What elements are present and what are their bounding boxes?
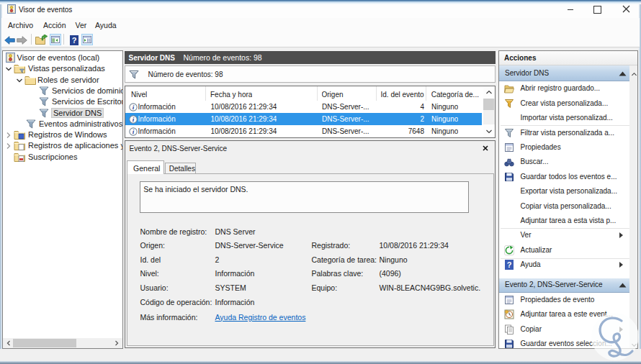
svg-text:i: i: [132, 116, 134, 123]
svg-text:i: i: [132, 104, 134, 111]
svg-text:?: ?: [507, 260, 512, 269]
svg-text:?: ?: [72, 36, 77, 45]
svg-text:i: i: [132, 128, 134, 135]
